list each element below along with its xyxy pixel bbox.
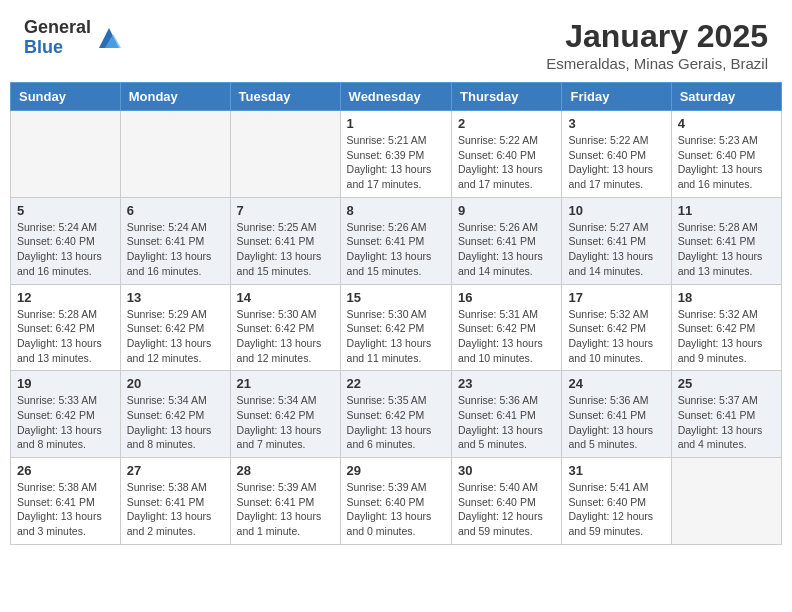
table-row: 13Sunrise: 5:29 AMSunset: 6:42 PMDayligh… xyxy=(120,284,230,371)
day-number: 23 xyxy=(458,376,555,391)
day-number: 15 xyxy=(347,290,445,305)
table-row: 10Sunrise: 5:27 AMSunset: 6:41 PMDayligh… xyxy=(562,197,671,284)
table-row: 14Sunrise: 5:30 AMSunset: 6:42 PMDayligh… xyxy=(230,284,340,371)
page-header: General Blue January 2025 Esmeraldas, Mi… xyxy=(0,0,792,82)
table-row: 5Sunrise: 5:24 AMSunset: 6:40 PMDaylight… xyxy=(11,197,121,284)
calendar-week-row: 19Sunrise: 5:33 AMSunset: 6:42 PMDayligh… xyxy=(11,371,782,458)
calendar-week-row: 12Sunrise: 5:28 AMSunset: 6:42 PMDayligh… xyxy=(11,284,782,371)
day-info: Sunrise: 5:30 AMSunset: 6:42 PMDaylight:… xyxy=(237,307,334,366)
day-info: Sunrise: 5:39 AMSunset: 6:41 PMDaylight:… xyxy=(237,480,334,539)
day-number: 2 xyxy=(458,116,555,131)
day-number: 6 xyxy=(127,203,224,218)
table-row: 26Sunrise: 5:38 AMSunset: 6:41 PMDayligh… xyxy=(11,458,121,545)
col-thursday: Thursday xyxy=(452,83,562,111)
logo: General Blue xyxy=(24,18,123,58)
table-row: 6Sunrise: 5:24 AMSunset: 6:41 PMDaylight… xyxy=(120,197,230,284)
day-info: Sunrise: 5:31 AMSunset: 6:42 PMDaylight:… xyxy=(458,307,555,366)
title-block: January 2025 Esmeraldas, Minas Gerais, B… xyxy=(546,18,768,72)
table-row: 11Sunrise: 5:28 AMSunset: 6:41 PMDayligh… xyxy=(671,197,781,284)
table-row: 29Sunrise: 5:39 AMSunset: 6:40 PMDayligh… xyxy=(340,458,451,545)
day-number: 17 xyxy=(568,290,664,305)
day-info: Sunrise: 5:34 AMSunset: 6:42 PMDaylight:… xyxy=(237,393,334,452)
day-info: Sunrise: 5:25 AMSunset: 6:41 PMDaylight:… xyxy=(237,220,334,279)
table-row: 3Sunrise: 5:22 AMSunset: 6:40 PMDaylight… xyxy=(562,111,671,198)
day-number: 28 xyxy=(237,463,334,478)
calendar-table: Sunday Monday Tuesday Wednesday Thursday… xyxy=(10,82,782,545)
table-row: 17Sunrise: 5:32 AMSunset: 6:42 PMDayligh… xyxy=(562,284,671,371)
table-row: 4Sunrise: 5:23 AMSunset: 6:40 PMDaylight… xyxy=(671,111,781,198)
day-info: Sunrise: 5:36 AMSunset: 6:41 PMDaylight:… xyxy=(458,393,555,452)
day-number: 19 xyxy=(17,376,114,391)
table-row: 19Sunrise: 5:33 AMSunset: 6:42 PMDayligh… xyxy=(11,371,121,458)
day-number: 10 xyxy=(568,203,664,218)
day-number: 8 xyxy=(347,203,445,218)
table-row: 2Sunrise: 5:22 AMSunset: 6:40 PMDaylight… xyxy=(452,111,562,198)
day-info: Sunrise: 5:28 AMSunset: 6:42 PMDaylight:… xyxy=(17,307,114,366)
day-info: Sunrise: 5:22 AMSunset: 6:40 PMDaylight:… xyxy=(458,133,555,192)
day-number: 9 xyxy=(458,203,555,218)
day-number: 21 xyxy=(237,376,334,391)
day-number: 31 xyxy=(568,463,664,478)
day-info: Sunrise: 5:28 AMSunset: 6:41 PMDaylight:… xyxy=(678,220,775,279)
table-row: 20Sunrise: 5:34 AMSunset: 6:42 PMDayligh… xyxy=(120,371,230,458)
day-info: Sunrise: 5:32 AMSunset: 6:42 PMDaylight:… xyxy=(568,307,664,366)
table-row: 24Sunrise: 5:36 AMSunset: 6:41 PMDayligh… xyxy=(562,371,671,458)
day-number: 5 xyxy=(17,203,114,218)
day-info: Sunrise: 5:35 AMSunset: 6:42 PMDaylight:… xyxy=(347,393,445,452)
day-number: 11 xyxy=(678,203,775,218)
table-row: 22Sunrise: 5:35 AMSunset: 6:42 PMDayligh… xyxy=(340,371,451,458)
col-monday: Monday xyxy=(120,83,230,111)
day-number: 13 xyxy=(127,290,224,305)
logo-icon xyxy=(95,24,123,52)
day-info: Sunrise: 5:23 AMSunset: 6:40 PMDaylight:… xyxy=(678,133,775,192)
table-row: 28Sunrise: 5:39 AMSunset: 6:41 PMDayligh… xyxy=(230,458,340,545)
day-info: Sunrise: 5:24 AMSunset: 6:40 PMDaylight:… xyxy=(17,220,114,279)
day-info: Sunrise: 5:39 AMSunset: 6:40 PMDaylight:… xyxy=(347,480,445,539)
day-info: Sunrise: 5:36 AMSunset: 6:41 PMDaylight:… xyxy=(568,393,664,452)
day-number: 20 xyxy=(127,376,224,391)
table-row: 16Sunrise: 5:31 AMSunset: 6:42 PMDayligh… xyxy=(452,284,562,371)
table-row xyxy=(11,111,121,198)
table-row: 31Sunrise: 5:41 AMSunset: 6:40 PMDayligh… xyxy=(562,458,671,545)
day-number: 29 xyxy=(347,463,445,478)
day-number: 16 xyxy=(458,290,555,305)
table-row xyxy=(230,111,340,198)
day-number: 22 xyxy=(347,376,445,391)
day-info: Sunrise: 5:40 AMSunset: 6:40 PMDaylight:… xyxy=(458,480,555,539)
day-info: Sunrise: 5:37 AMSunset: 6:41 PMDaylight:… xyxy=(678,393,775,452)
logo-general: General xyxy=(24,18,91,38)
day-number: 14 xyxy=(237,290,334,305)
col-tuesday: Tuesday xyxy=(230,83,340,111)
day-info: Sunrise: 5:24 AMSunset: 6:41 PMDaylight:… xyxy=(127,220,224,279)
col-friday: Friday xyxy=(562,83,671,111)
day-number: 7 xyxy=(237,203,334,218)
day-info: Sunrise: 5:30 AMSunset: 6:42 PMDaylight:… xyxy=(347,307,445,366)
calendar-week-row: 26Sunrise: 5:38 AMSunset: 6:41 PMDayligh… xyxy=(11,458,782,545)
table-row: 23Sunrise: 5:36 AMSunset: 6:41 PMDayligh… xyxy=(452,371,562,458)
day-number: 30 xyxy=(458,463,555,478)
calendar-week-row: 1Sunrise: 5:21 AMSunset: 6:39 PMDaylight… xyxy=(11,111,782,198)
day-number: 1 xyxy=(347,116,445,131)
calendar-header-row: Sunday Monday Tuesday Wednesday Thursday… xyxy=(11,83,782,111)
table-row xyxy=(120,111,230,198)
table-row: 30Sunrise: 5:40 AMSunset: 6:40 PMDayligh… xyxy=(452,458,562,545)
calendar-week-row: 5Sunrise: 5:24 AMSunset: 6:40 PMDaylight… xyxy=(11,197,782,284)
table-row: 1Sunrise: 5:21 AMSunset: 6:39 PMDaylight… xyxy=(340,111,451,198)
table-row: 8Sunrise: 5:26 AMSunset: 6:41 PMDaylight… xyxy=(340,197,451,284)
day-info: Sunrise: 5:38 AMSunset: 6:41 PMDaylight:… xyxy=(127,480,224,539)
table-row: 25Sunrise: 5:37 AMSunset: 6:41 PMDayligh… xyxy=(671,371,781,458)
day-number: 27 xyxy=(127,463,224,478)
day-info: Sunrise: 5:41 AMSunset: 6:40 PMDaylight:… xyxy=(568,480,664,539)
table-row xyxy=(671,458,781,545)
month-title: January 2025 xyxy=(546,18,768,55)
col-sunday: Sunday xyxy=(11,83,121,111)
table-row: 27Sunrise: 5:38 AMSunset: 6:41 PMDayligh… xyxy=(120,458,230,545)
day-number: 12 xyxy=(17,290,114,305)
day-number: 18 xyxy=(678,290,775,305)
table-row: 9Sunrise: 5:26 AMSunset: 6:41 PMDaylight… xyxy=(452,197,562,284)
day-info: Sunrise: 5:26 AMSunset: 6:41 PMDaylight:… xyxy=(458,220,555,279)
day-number: 4 xyxy=(678,116,775,131)
day-number: 25 xyxy=(678,376,775,391)
day-info: Sunrise: 5:21 AMSunset: 6:39 PMDaylight:… xyxy=(347,133,445,192)
day-number: 3 xyxy=(568,116,664,131)
